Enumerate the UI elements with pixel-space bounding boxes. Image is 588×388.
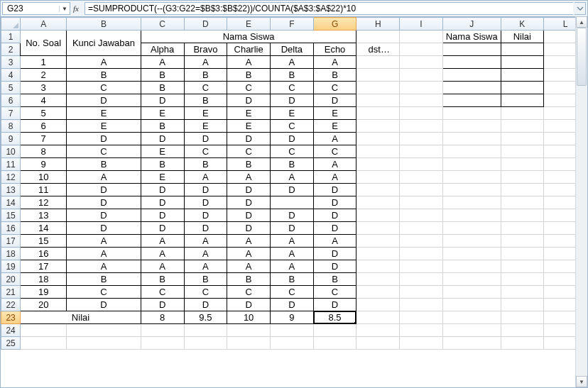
cell-E24[interactable] — [227, 324, 271, 337]
cell-no-5[interactable]: 5 — [21, 107, 67, 120]
cell-ans-Bravo-20[interactable]: D — [184, 299, 227, 311]
cell-no-17[interactable]: 17 — [21, 260, 67, 273]
cell-J25[interactable] — [442, 337, 501, 350]
row-header-11[interactable]: 11 — [1, 158, 21, 171]
cell-K9[interactable] — [501, 133, 544, 145]
cell-H20[interactable] — [356, 273, 400, 286]
cell-I17[interactable] — [400, 235, 443, 248]
name-box-dropdown-icon[interactable]: ▼ — [59, 6, 70, 12]
cell-ans-Delta-8[interactable]: C — [270, 145, 313, 158]
cell-key-13[interactable]: D — [67, 209, 141, 222]
cell-ans-Charlie-15[interactable]: A — [227, 235, 271, 248]
cell-I23[interactable] — [400, 311, 443, 324]
cell-score-Charlie[interactable]: 10 — [227, 311, 271, 324]
cell-I20[interactable] — [400, 273, 443, 286]
row-header-17[interactable]: 17 — [1, 235, 21, 248]
cell-K14[interactable] — [501, 196, 544, 209]
row-header-23[interactable]: 23 — [1, 311, 21, 324]
cell-ans-Charlie-1[interactable]: A — [227, 56, 271, 69]
cell-no-18[interactable]: 18 — [21, 273, 67, 286]
cell-K22[interactable] — [501, 299, 544, 311]
cell-ans-Alpha-12[interactable]: D — [141, 196, 184, 209]
cell-ans-Charlie-19[interactable]: C — [227, 286, 271, 299]
cell-I16[interactable] — [400, 222, 443, 235]
cell-key-15[interactable]: A — [67, 235, 141, 248]
side-header-nama-siswa[interactable]: Nama Siswa — [442, 31, 501, 43]
col-header-H[interactable]: H — [356, 18, 400, 31]
header-student-Alpha[interactable]: Alpha — [141, 43, 184, 56]
cell-score-Bravo[interactable]: 9.5 — [184, 311, 227, 324]
cell-ans-Alpha-17[interactable]: A — [141, 260, 184, 273]
cell-H17[interactable] — [356, 235, 400, 248]
cell-J24[interactable] — [442, 324, 501, 337]
cell-key-17[interactable]: A — [67, 260, 141, 273]
cell-ans-Alpha-16[interactable]: A — [141, 248, 184, 260]
cell-I24[interactable] — [400, 324, 443, 337]
row-header-20[interactable]: 20 — [1, 273, 21, 286]
cell-ans-Delta-6[interactable]: C — [270, 120, 313, 133]
cell-ans-Charlie-7[interactable]: D — [227, 133, 271, 145]
row-header-9[interactable]: 9 — [1, 133, 21, 145]
cell-ans-Bravo-16[interactable]: A — [184, 248, 227, 260]
cell-no-1[interactable]: 1 — [21, 56, 67, 69]
col-header-G[interactable]: G — [313, 18, 356, 31]
cell-no-11[interactable]: 11 — [21, 184, 67, 196]
col-header-E[interactable]: E — [227, 18, 271, 31]
cell-E25[interactable] — [227, 337, 271, 350]
header-kunci-jawaban[interactable]: Kunci Jawaban — [67, 31, 141, 56]
cell-J11[interactable] — [442, 158, 501, 171]
cell-ans-Charlie-10[interactable]: A — [227, 171, 271, 184]
cell-ans-Charlie-17[interactable]: A — [227, 260, 271, 273]
formula-bar-expand-button[interactable] — [575, 2, 586, 15]
col-header-F[interactable]: F — [270, 18, 313, 31]
row-header-14[interactable]: 14 — [1, 196, 21, 209]
cell-ans-Delta-2[interactable]: B — [270, 69, 313, 82]
cell-ans-Charlie-6[interactable]: E — [227, 120, 271, 133]
cell-H23[interactable] — [356, 311, 400, 324]
cell-ans-Alpha-8[interactable]: E — [141, 145, 184, 158]
cell-key-18[interactable]: B — [67, 273, 141, 286]
cell-J21[interactable] — [442, 286, 501, 299]
cell-no-16[interactable]: 16 — [21, 248, 67, 260]
row-header-3[interactable]: 3 — [1, 56, 21, 69]
cell-K21[interactable] — [501, 286, 544, 299]
cell-ans-Echo-12[interactable]: D — [313, 196, 356, 209]
cell-ans-Echo-6[interactable]: E — [313, 120, 356, 133]
cell-key-11[interactable]: D — [67, 184, 141, 196]
cell-key-2[interactable]: B — [67, 69, 141, 82]
cell-I3[interactable] — [400, 56, 443, 69]
side-cell-J4[interactable] — [442, 69, 501, 82]
cell-ans-Alpha-4[interactable]: D — [141, 94, 184, 107]
cell-ans-Bravo-3[interactable]: C — [184, 82, 227, 94]
cell-ans-Alpha-1[interactable]: A — [141, 56, 184, 69]
cell-ans-Echo-15[interactable]: A — [313, 235, 356, 248]
cell-no-19[interactable]: 19 — [21, 286, 67, 299]
cell-ans-Delta-13[interactable]: D — [270, 209, 313, 222]
cell-key-12[interactable]: D — [67, 196, 141, 209]
cell-I12[interactable] — [400, 171, 443, 184]
cell-ans-Delta-5[interactable]: E — [270, 107, 313, 120]
cell-ans-Charlie-11[interactable]: D — [227, 184, 271, 196]
cell-key-10[interactable]: A — [67, 171, 141, 184]
cell-H12[interactable] — [356, 171, 400, 184]
cell-I10[interactable] — [400, 145, 443, 158]
row-header-4[interactable]: 4 — [1, 69, 21, 82]
col-header-B[interactable]: B — [67, 18, 141, 31]
cell-no-12[interactable]: 12 — [21, 196, 67, 209]
cell-ans-Echo-2[interactable]: B — [313, 69, 356, 82]
cell-H6[interactable] — [356, 94, 400, 107]
cell-I8[interactable] — [400, 120, 443, 133]
cell-ans-Charlie-5[interactable]: E — [227, 107, 271, 120]
cell-ans-Charlie-14[interactable]: D — [227, 222, 271, 235]
cell-ans-Delta-12[interactable] — [270, 196, 313, 209]
side-cell-J6[interactable] — [442, 94, 501, 107]
cell-ans-Charlie-2[interactable]: B — [227, 69, 271, 82]
row-header-19[interactable]: 19 — [1, 260, 21, 273]
cell-ans-Bravo-18[interactable]: B — [184, 273, 227, 286]
cell-H11[interactable] — [356, 158, 400, 171]
cell-ans-Bravo-15[interactable]: A — [184, 235, 227, 248]
cell-I15[interactable] — [400, 209, 443, 222]
cell-J15[interactable] — [442, 209, 501, 222]
cell-I6[interactable] — [400, 94, 443, 107]
cell-ans-Delta-10[interactable]: A — [270, 171, 313, 184]
